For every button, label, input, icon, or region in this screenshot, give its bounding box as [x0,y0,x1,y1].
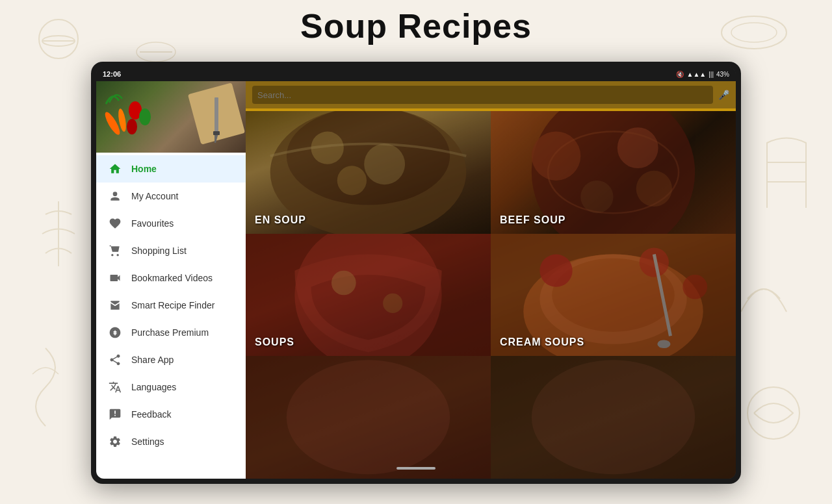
nav-item-bookmarked[interactable]: Bookmarked Videos [96,264,246,292]
nav-items: Home My Account Favourites [96,153,246,479]
home-icon [108,162,122,176]
recipe-card-extra1[interactable] [246,356,491,479]
svg-point-12 [139,108,151,125]
mute-icon: 🔇 [676,71,684,78]
nav-label-home: Home [131,164,157,174]
recipe-label-chicken: EN SOUP [255,214,306,226]
svg-point-0 [39,19,78,58]
cart-icon [108,244,122,258]
recipe-card-cream[interactable]: CREAM SOUPS [491,234,736,357]
mic-icon[interactable]: 🎤 [718,90,729,100]
nav-label-premium: Purchase Premium [131,327,209,338]
wifi-icon: ▲▲▲ [686,71,706,78]
nav-label-account: My Account [131,191,178,201]
signal-icon: ||| [708,71,714,78]
nav-item-feedback[interactable]: Feedback [96,401,246,428]
recipe-card-extra2[interactable] [491,356,736,479]
nav-item-settings[interactable]: Settings [96,428,246,455]
sidebar: Home My Account Favourites [96,81,246,479]
app-content: Home My Account Favourites [96,81,736,479]
dollar-icon [108,325,122,340]
status-bar: 12:06 🔇 ▲▲▲ ||| 43% [96,67,736,81]
nav-label-share: Share App [131,355,174,365]
nav-label-shopping: Shopping List [131,246,187,256]
battery-label: 43% [716,71,729,78]
main-content: 🎤 [246,81,736,479]
nav-label-smart-recipe: Smart Recipe Finder [131,300,214,310]
heart-icon [108,216,122,231]
top-bar: 🎤 [246,81,736,108]
svg-rect-16 [213,131,220,135]
recipe-label-italian: SOUPS [255,336,294,348]
store-icon [108,298,122,312]
tablet-frame: 12:06 🔇 ▲▲▲ ||| 43% [91,62,741,484]
feedback-icon [108,407,122,422]
translate-icon [108,380,122,394]
account-icon [108,189,122,203]
nav-item-premium[interactable]: Purchase Premium [96,319,246,346]
nav-label-settings: Settings [131,436,164,447]
svg-point-5 [748,387,800,439]
sidebar-header [96,81,246,153]
nav-label-languages: Languages [131,382,176,392]
recipe-label-cream: CREAM SOUPS [500,336,584,348]
svg-point-13 [127,119,137,134]
recipe-grid: EN SOUP BE [246,111,736,479]
nav-item-share[interactable]: Share App [96,346,246,373]
nav-label-feedback: Feedback [131,409,171,420]
recipe-card-italian[interactable]: SOUPS [246,234,491,357]
nav-item-smart-recipe[interactable]: Smart Recipe Finder [96,292,246,319]
recipe-card-chicken[interactable]: EN SOUP [246,111,491,234]
recipe-card-beef[interactable]: BEEF SOUP [491,111,736,234]
status-time: 12:06 [103,70,121,78]
nav-item-languages[interactable]: Languages [96,373,246,401]
settings-icon [108,435,122,449]
nav-item-shopping[interactable]: Shopping List [96,237,246,264]
video-icon [108,271,122,285]
search-bar[interactable] [252,86,713,104]
nav-label-bookmarked: Bookmarked Videos [131,273,213,283]
share-icon [108,353,122,367]
status-icons: 🔇 ▲▲▲ ||| 43% [676,71,729,78]
recipe-label-beef: BEEF SOUP [500,214,566,226]
nav-label-favourites: Favourites [131,218,174,229]
svg-rect-14 [214,97,218,133]
page-title: Soup Recipes [300,6,532,45]
scroll-indicator [396,467,436,470]
search-input[interactable] [257,90,708,100]
nav-item-account[interactable]: My Account [96,183,246,210]
nav-item-favourites[interactable]: Favourites [96,210,246,237]
svg-point-4 [731,23,777,42]
nav-item-home[interactable]: Home [96,155,246,183]
